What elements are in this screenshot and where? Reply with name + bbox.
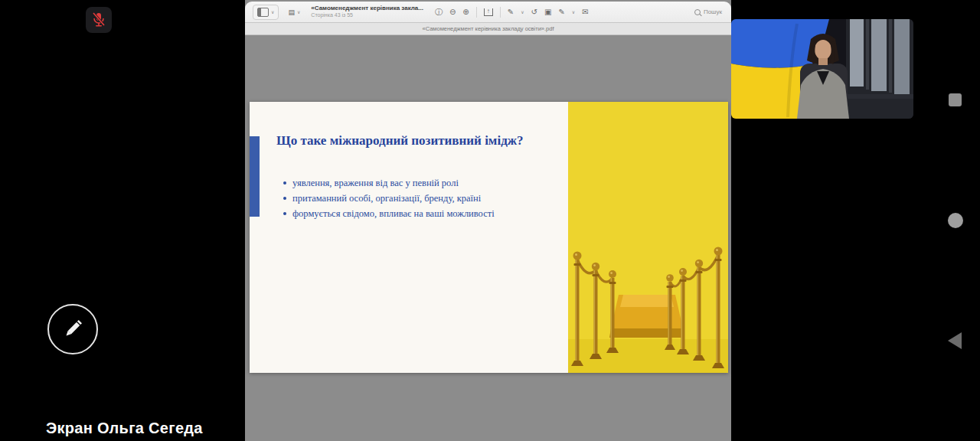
toolbar-divider	[476, 7, 477, 18]
zoom-out-icon[interactable]: ⊖	[449, 8, 456, 16]
screen-share-region: ∨ ▤ ∨ «Самоменеджмент керівника закла...…	[245, 0, 731, 441]
chevron-down-icon: ∨	[521, 9, 524, 15]
android-back-button[interactable]	[948, 332, 962, 349]
chevron-down-icon: ∨	[271, 9, 274, 15]
toolbar-icons: ⓘ ⊖ ⊕ ↑ ✎ ∨ ↺ ▣ ✎ ∨ ✉	[435, 7, 589, 18]
page-status: Сторінка 43 із 55	[311, 12, 423, 19]
search-field[interactable]: Пошук	[694, 8, 722, 15]
android-recents-button[interactable]	[949, 93, 962, 106]
slide-bullet-list: уявлення, враження від вас у певній ролі…	[283, 175, 495, 221]
toolbar-divider	[500, 7, 501, 18]
bullet-text: уявлення, враження від вас у певній ролі	[292, 178, 459, 189]
slide-bullet: уявлення, враження від вас у певній ролі	[283, 175, 495, 191]
bullet-dot-icon	[283, 181, 286, 185]
document-title-block: «Самоменеджмент керівника закла... Сторі…	[311, 5, 423, 19]
markup-pen-icon[interactable]: ✎	[558, 8, 564, 16]
pencil-icon	[56, 312, 90, 346]
share-icon[interactable]: ↑	[484, 8, 493, 16]
muted-mic-icon	[91, 11, 106, 28]
webcam-tile[interactable]	[731, 19, 913, 119]
pdf-viewer-toolbar: ∨ ▤ ∨ «Самоменеджмент керівника закла...…	[245, 2, 731, 23]
search-placeholder: Пошук	[704, 8, 722, 15]
chevron-down-icon: ∨	[572, 9, 575, 15]
highlight-pen-icon[interactable]: ✎	[508, 8, 514, 16]
slide-accent-bar	[250, 136, 260, 217]
document-title: «Самоменеджмент керівника закла...	[311, 5, 423, 12]
slide-bullet: формується свідомо, впливає на ваші можл…	[283, 206, 495, 221]
crop-icon[interactable]: ▣	[544, 8, 551, 16]
bullet-dot-icon	[283, 212, 286, 215]
slide-image-stanchions	[568, 102, 728, 373]
chevron-down-icon: ∨	[297, 9, 300, 15]
slide-bullet: притаманний особі, організації, бренду, …	[283, 191, 495, 206]
shared-screen-label: Экран Ольга Сегеда	[46, 420, 203, 437]
stanchions-illustration	[568, 102, 728, 373]
muted-mic-indicator[interactable]	[86, 7, 112, 33]
webcam-video	[731, 19, 913, 119]
slide-page: Що таке міжнародний позитивний імідж? уя…	[250, 102, 728, 373]
slide-title: Що таке міжнародний позитивний імідж?	[276, 133, 575, 149]
bullet-text: формується свідомо, впливає на ваші можл…	[292, 208, 495, 220]
sidebar-icon	[257, 8, 269, 17]
filename-bar: «Самоменеджмент керівника закладу освіти…	[245, 23, 731, 35]
view-menu-button[interactable]: ▤ ∨	[284, 5, 304, 19]
info-icon[interactable]: ⓘ	[435, 7, 443, 18]
bullet-text: притаманний особі, організації, бренду, …	[292, 193, 481, 204]
bullet-dot-icon	[283, 197, 286, 200]
mail-icon[interactable]: ✉	[582, 8, 588, 16]
sidebar-toggle-button[interactable]: ∨	[253, 5, 279, 20]
rotate-icon[interactable]: ↺	[531, 8, 537, 16]
android-home-button[interactable]	[948, 213, 963, 228]
filename-text: «Самоменеджмент керівника закладу освіти…	[422, 25, 554, 32]
search-icon	[694, 9, 701, 15]
document-area[interactable]: Що таке міжнародний позитивний імідж? уя…	[245, 35, 731, 441]
back-triangle-icon	[948, 332, 962, 349]
view-icon: ▤	[288, 8, 295, 16]
zoom-in-icon[interactable]: ⊕	[462, 8, 469, 16]
annotate-button[interactable]	[47, 304, 98, 354]
